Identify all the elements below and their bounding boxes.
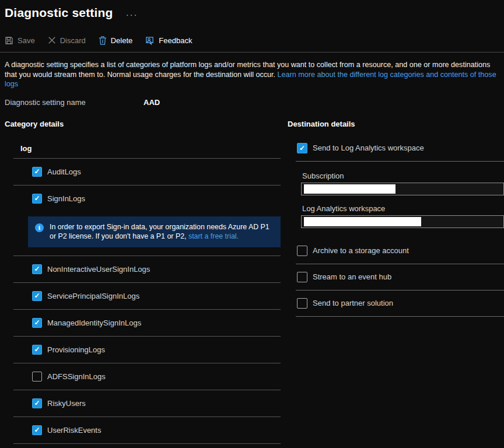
toolbar-divider <box>0 52 504 52</box>
save-label: Save <box>18 36 35 45</box>
more-options-button[interactable]: ··· <box>126 9 138 19</box>
category-details-title: Category details <box>5 120 281 128</box>
destination-details-title: Destination details <box>288 120 504 128</box>
log-analytics-fields: Subscription Log Analytics workspace <box>288 172 504 228</box>
info-banner-text: In order to export Sign-in data, your or… <box>50 222 274 242</box>
command-toolbar: Save Discard Delete Feedback <box>0 33 504 48</box>
managedidentitysigninlogs-checkbox[interactable] <box>32 318 42 328</box>
provisioninglogs-label[interactable]: ProvisioningLogs <box>47 345 105 354</box>
stream-event-hub-checkbox[interactable] <box>297 272 307 282</box>
category-row-adfssigninlogs: ADFSSignInLogs <box>13 363 281 390</box>
delete-icon <box>99 36 107 45</box>
free-trial-link[interactable]: start a free trial. <box>188 232 239 240</box>
feedback-icon <box>145 36 155 45</box>
stream-event-hub-label[interactable]: Stream to an event hub <box>313 272 391 281</box>
diagnostic-name-value: AAD <box>144 98 160 107</box>
log-analytics-workspace-select[interactable] <box>301 215 504 228</box>
signin-license-info-banner: i In order to export Sign-in data, your … <box>28 216 281 247</box>
subscription-select[interactable] <box>301 183 504 195</box>
category-row-userriskevents: UserRiskEvents <box>13 417 281 443</box>
destination-details-section: Destination details Send to Log Analytic… <box>288 120 504 444</box>
info-icon: i <box>35 223 44 232</box>
category-row-auditlogs: AuditLogs <box>13 159 281 185</box>
discard-label: Discard <box>60 36 86 45</box>
auditlogs-checkbox[interactable] <box>32 167 42 177</box>
diagnostic-name-label: Diagnostic setting name <box>5 98 144 107</box>
archive-storage-label[interactable]: Archive to a storage account <box>313 246 409 255</box>
category-row-riskyusers: RiskyUsers <box>13 390 281 416</box>
destination-row-log-analytics: Send to Log Analytics workspace <box>288 135 504 161</box>
destination-row-storage-account: Archive to a storage account <box>288 238 504 264</box>
save-icon <box>5 36 13 45</box>
destination-row-partner-solution: Send to partner solution <box>288 290 504 316</box>
delete-button[interactable]: Delete <box>99 36 133 45</box>
destination-row-event-hub: Stream to an event hub <box>288 264 504 290</box>
partner-solution-label[interactable]: Send to partner solution <box>313 299 393 307</box>
riskyusers-checkbox[interactable] <box>32 398 42 408</box>
row-divider <box>296 161 504 162</box>
send-to-log-analytics-checkbox[interactable] <box>297 143 307 153</box>
userriskevents-label[interactable]: UserRiskEvents <box>47 426 101 435</box>
category-row-provisioninglogs: ProvisioningLogs <box>13 337 281 363</box>
managedidentitysigninlogs-label[interactable]: ManagedIdentitySignInLogs <box>47 318 141 327</box>
delete-label: Delete <box>111 36 133 45</box>
content-columns: Category details log AuditLogs SignInLog… <box>0 120 504 444</box>
save-button[interactable]: Save <box>5 36 35 45</box>
feedback-label: Feedback <box>159 36 192 45</box>
category-details-section: Category details log AuditLogs SignInLog… <box>5 120 281 444</box>
auditlogs-label[interactable]: AuditLogs <box>47 167 81 176</box>
provisioninglogs-checkbox[interactable] <box>32 345 42 355</box>
diagnostic-name-row: Diagnostic setting name AAD <box>0 98 504 107</box>
page-title: Diagnostic setting <box>5 6 113 20</box>
serviceprincipalsigninlogs-label[interactable]: ServicePrincipalSignInLogs <box>47 292 139 300</box>
category-row-noninteractiveusersigninlogs: NonInteractiveUserSignInLogs <box>13 256 281 282</box>
log-group-label: log <box>20 144 281 153</box>
category-row-managedidentitysigninlogs: ManagedIdentitySignInLogs <box>13 310 281 336</box>
serviceprincipalsigninlogs-checkbox[interactable] <box>32 291 42 301</box>
page-description: A diagnostic setting specifies a list of… <box>0 60 502 89</box>
category-list: AuditLogs SignInLogs i In order to expor… <box>13 158 281 444</box>
discard-icon <box>48 36 56 44</box>
page-header: Diagnostic setting ··· <box>0 0 504 20</box>
noninteractiveusersigninlogs-label[interactable]: NonInteractiveUserSignInLogs <box>47 265 150 274</box>
category-row-serviceprincipalsigninlogs: ServicePrincipalSignInLogs <box>13 283 281 309</box>
userriskevents-checkbox[interactable] <box>32 425 42 435</box>
noninteractiveusersigninlogs-checkbox[interactable] <box>32 264 42 274</box>
archive-storage-checkbox[interactable] <box>297 246 307 256</box>
signinlogs-checkbox[interactable] <box>32 194 42 204</box>
subscription-label: Subscription <box>302 172 504 180</box>
signinlogs-label[interactable]: SignInLogs <box>47 194 85 203</box>
category-row-signinlogs: SignInLogs <box>13 186 281 212</box>
redacted-value <box>304 217 421 226</box>
redacted-value <box>304 184 396 194</box>
riskyusers-label[interactable]: RiskyUsers <box>47 399 86 408</box>
row-divider <box>13 443 281 444</box>
adfssigninlogs-checkbox[interactable] <box>32 372 42 382</box>
discard-button[interactable]: Discard <box>48 36 86 45</box>
send-to-log-analytics-label[interactable]: Send to Log Analytics workspace <box>313 144 424 152</box>
log-analytics-workspace-label: Log Analytics workspace <box>302 204 504 213</box>
row-divider <box>296 316 504 317</box>
adfssigninlogs-label[interactable]: ADFSSignInLogs <box>47 372 106 381</box>
feedback-button[interactable]: Feedback <box>145 36 192 45</box>
partner-solution-checkbox[interactable] <box>297 298 307 309</box>
